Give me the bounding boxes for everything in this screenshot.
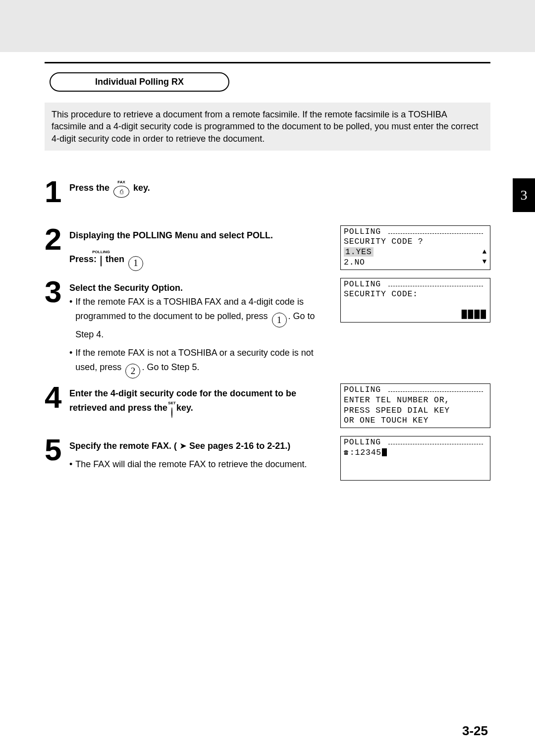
key-1-icon: 1: [272, 313, 287, 327]
set-key-icon: SET: [171, 406, 172, 420]
lcd-display-step2: POLLING SECURITY CODE ? 1.YES 2.NO ▲ ▼: [340, 225, 490, 270]
step-5-text-a: Specify the remote FAX. (: [69, 441, 179, 451]
lcd-display-step4: POLLING ENTER TEL NUMBER OR, PRESS SPEED…: [340, 383, 490, 428]
steps-list: 1 Press the FAX⎙ key. 2 Displaying the P…: [45, 178, 490, 488]
fax-key-icon: FAX⎙: [113, 186, 129, 199]
phone-icon: [344, 448, 350, 457]
lcd-display-step5: POLLING :12345: [340, 436, 490, 481]
section-title-capsule: Individual Polling RX: [50, 72, 229, 92]
step-2-title: Displaying the POLLING Menu and select P…: [69, 228, 334, 243]
step-1: 1 Press the FAX⎙ key.: [45, 178, 490, 206]
cursor-blocks-icon: ████: [462, 309, 487, 321]
lcd-display-step3: POLLING SECURITY CODE: ████: [340, 278, 490, 323]
step-3-bullet-2b: . Go to Step 5.: [142, 362, 199, 372]
then-label: then: [103, 254, 127, 264]
step-number: 1: [45, 178, 63, 206]
step-3-bullet-1a: If the remote FAX is a TOSHIBA FAX and a…: [75, 297, 304, 321]
step-4-text-b: key.: [174, 403, 193, 413]
divider-thick: [45, 62, 490, 63]
step-5-row: 5 Specify the remote FAX. ( ➤ See pages …: [45, 436, 490, 488]
page-content: Individual Polling RX This procedure to …: [0, 52, 535, 488]
top-gray-band: [0, 0, 535, 52]
up-arrow-icon: ▲: [482, 248, 487, 257]
polling-key-icon: POLLING: [101, 254, 102, 269]
step-number: 5: [45, 436, 63, 464]
down-arrow-icon: ▼: [482, 258, 487, 267]
step-1-text-a: Press the: [69, 183, 112, 193]
step-5-note: The FAX will dial the remote FAX to retr…: [75, 457, 334, 472]
key-1-icon: 1: [128, 256, 143, 271]
step-2: 2 Displaying the POLLING Menu and select…: [45, 225, 334, 271]
step-number: 2: [45, 225, 63, 253]
step-number: 3: [45, 278, 63, 306]
step-number: 4: [45, 383, 63, 411]
page-number: 3-25: [462, 723, 488, 739]
cursor-icon: [382, 448, 387, 456]
key-2-icon: 2: [125, 364, 140, 378]
see-arrow-icon: ➤: [179, 439, 187, 453]
step-1-text-b: key.: [131, 183, 150, 193]
step-3-title: Select the Security Option.: [69, 281, 334, 295]
step-3-row: 3 Select the Security Option. If the rem…: [45, 278, 490, 384]
step-4: 4 Enter the 4-digit security code for th…: [45, 383, 334, 420]
step-4-row: 4 Enter the 4-digit security code for th…: [45, 383, 490, 436]
press-label: Press:: [69, 254, 99, 264]
step-5-text-b: See pages 2-16 to 2-21.): [187, 441, 290, 451]
step-2-row: 2 Displaying the POLLING Menu and select…: [45, 225, 490, 278]
step-3: 3 Select the Security Option. If the rem…: [45, 278, 334, 379]
step-5: 5 Specify the remote FAX. ( ➤ See pages …: [45, 436, 334, 472]
intro-text: This procedure to retrieve a document fr…: [45, 103, 490, 151]
